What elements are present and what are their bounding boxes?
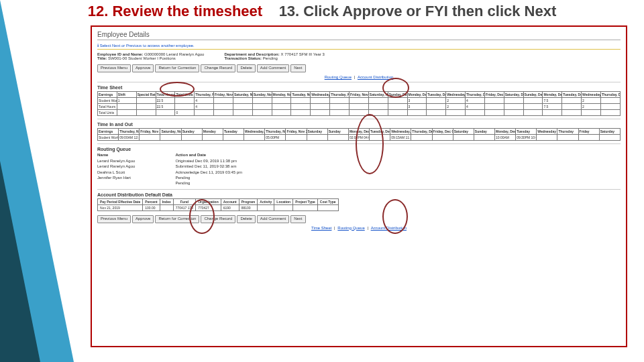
col-header: Monday, Dec 09, 2019 bbox=[543, 91, 562, 97]
timeinout-label: Time In and Out bbox=[97, 122, 621, 127]
col-header: Thursday, Dec 05, 2019 bbox=[466, 91, 485, 97]
next-button[interactable]: Next bbox=[290, 215, 305, 223]
col-header: Special Rate bbox=[136, 91, 156, 97]
routing-name: Lerard Ranelyn Agoo bbox=[97, 158, 135, 164]
col-header: Friday, Nov 29, 2019 bbox=[349, 91, 368, 97]
col-header: Sunday bbox=[474, 128, 494, 134]
col-header: Saturday, Dec 07, 2019 bbox=[504, 91, 523, 97]
routing-action: Acknowledge Dec 11, 2019 03:45 pm bbox=[175, 170, 242, 175]
col-header: Friday bbox=[578, 128, 599, 134]
col-header: Friday, Nov 22, 2019 bbox=[214, 91, 233, 97]
routing-name: Deahna L Scott bbox=[97, 170, 135, 175]
col-header: Saturday, Nov 30, 2019 bbox=[368, 91, 388, 97]
delete-button[interactable]: Delete bbox=[237, 215, 255, 223]
routing-name-header: Name bbox=[97, 153, 135, 157]
col-header: Thursday bbox=[557, 128, 578, 134]
routing-name: Lerard Ranelyn Agoo bbox=[97, 164, 135, 169]
table-row: Student Worker Pay09:00AM 12:30PM 01:00P… bbox=[98, 134, 621, 140]
quick-links-top: Routing Queue | Account Distribution bbox=[97, 75, 621, 79]
col-header: Sunday, Dec 08, 2019 bbox=[523, 91, 543, 97]
screenshot-frame: Employee Details ℹ Select Next or Previo… bbox=[91, 25, 627, 347]
col-header: Wednesday, Dec 11, 2019 bbox=[582, 91, 601, 97]
previous-menu-button[interactable]: Previous Menu bbox=[97, 215, 131, 223]
col-header: Sunday, Dec 01, 2019 bbox=[388, 91, 407, 97]
change-record-button[interactable]: Change Record bbox=[201, 64, 235, 72]
col-header: Thursday, Nov 28, 2019 bbox=[265, 128, 286, 134]
col-header: Saturday bbox=[453, 128, 474, 134]
add-comment-button[interactable]: Add Comment bbox=[257, 64, 289, 72]
col-header: Tuesday, Nov 26, 2019 bbox=[291, 91, 311, 97]
col-header: Monday, Dec 02, 2019 bbox=[407, 91, 427, 97]
col-header: Tuesday, Dec 10, 2019 bbox=[562, 91, 582, 97]
slide-title: 12. Review the timesheet 13. Click Appro… bbox=[0, 3, 644, 20]
approve-button[interactable]: Approve bbox=[132, 215, 154, 223]
return-for-correction-button[interactable]: Return for Correction bbox=[155, 64, 199, 72]
emp-title-label: Title: bbox=[97, 56, 107, 60]
col-header: Total Units bbox=[175, 91, 195, 97]
col-header: Thursday, Dec 05, 2019 bbox=[411, 128, 432, 134]
acct-label: Account Distribution Default Data bbox=[97, 192, 621, 197]
col-header: Wednesday bbox=[537, 128, 557, 134]
col-header: Total Hours bbox=[156, 91, 175, 97]
col-header: Thursday, Nov 21, 2019 bbox=[195, 91, 214, 97]
link-time-sheet[interactable]: Time Sheet bbox=[311, 226, 331, 230]
col-header: Friday, Nov 29, 2019 bbox=[286, 128, 307, 134]
col-header: Tuesday, Dec 03, 2019 bbox=[427, 91, 446, 97]
action-buttons-bottom: Previous MenuApproveReturn for Correctio… bbox=[97, 215, 621, 223]
routing-action: Originated Dec 09, 2019 11:38 pm bbox=[175, 158, 242, 164]
dept-value: X 770417 SFM III Year 3 bbox=[280, 52, 324, 56]
add-comment-button[interactable]: Add Comment bbox=[257, 215, 289, 223]
acct-dist-table: Pay Period Effective DatePercentIndexFun… bbox=[97, 198, 339, 211]
employee-info: Employee ID and Name: G00000000 Lerard R… bbox=[97, 52, 621, 60]
previous-menu-button[interactable]: Previous Menu bbox=[97, 64, 131, 72]
col-header: Earnings bbox=[98, 128, 119, 134]
link-account-distribution[interactable]: Account Distribution bbox=[358, 75, 393, 79]
quick-links-bottom: Time Sheet | Routing Queue | Account Dis… bbox=[97, 226, 621, 230]
timesheet-table: EarningsShiftSpecial RateTotal HoursTota… bbox=[97, 91, 621, 116]
table-row: Total Hours22.543247.52 bbox=[98, 103, 621, 109]
step-13-title: 13. Click Approve or FYI then click Next bbox=[279, 3, 557, 19]
routing-action-header: Action and Date bbox=[175, 153, 242, 157]
accent-triangle-dark bbox=[0, 161, 40, 362]
col-header: Sunday bbox=[181, 128, 202, 134]
col-header: Sunday bbox=[327, 128, 348, 134]
routing-name: Jennifer Ryan Hart bbox=[97, 175, 135, 180]
status-label: Transaction Status: bbox=[224, 56, 262, 60]
page-title: Employee Details bbox=[97, 31, 621, 40]
col-header: Saturday, Nov 23, 2019 bbox=[233, 91, 252, 97]
approve-button[interactable]: Approve bbox=[132, 64, 154, 72]
col-header: Saturday bbox=[307, 128, 327, 134]
action-buttons-top: Previous MenuApproveReturn for Correctio… bbox=[97, 64, 621, 72]
col-header: Wednesday, Nov 27, 2019 bbox=[311, 91, 330, 97]
col-header: Monday bbox=[202, 128, 223, 134]
link-routing-queue[interactable]: Routing Queue bbox=[325, 75, 352, 79]
status-value: Pending bbox=[263, 56, 278, 60]
col-header: Monday, Dec 02, 2019 bbox=[348, 128, 369, 134]
return-for-correction-button[interactable]: Return for Correction bbox=[155, 215, 199, 223]
col-header: Friday, Nov 22, 2019 bbox=[140, 128, 160, 134]
routing-action: Pending bbox=[175, 175, 242, 180]
timesheet-label: Time Sheet bbox=[97, 85, 621, 90]
link-routing-queue-b[interactable]: Routing Queue bbox=[337, 226, 364, 230]
routing-label: Routing Queue bbox=[97, 147, 621, 152]
col-header: Wednesday, Nov 27, 2019 bbox=[244, 128, 265, 134]
col-header: Friday, Dec 06, 2019 bbox=[484, 91, 504, 97]
emp-title-value: SW001-00 Student Worker I Positions bbox=[108, 56, 176, 60]
col-header: Friday, Dec 06, 2019 bbox=[432, 128, 453, 134]
next-button[interactable]: Next bbox=[290, 64, 305, 72]
table-row: Student Worker Pay122.543247.52 bbox=[98, 97, 621, 103]
col-header: Monday, Dec 09, 2019 bbox=[494, 128, 515, 134]
info-banner: ℹ Select Next or Previous to access anot… bbox=[97, 43, 621, 50]
routing-action: Submitted Dec 11, 2019 02:38 am bbox=[175, 164, 242, 169]
timeinout-table: EarningsThursday, Nov 21, 2019Friday, No… bbox=[97, 128, 621, 141]
table-row: Total Units0 bbox=[98, 109, 621, 115]
col-header: Thursday, Nov 28, 2019 bbox=[330, 91, 350, 97]
col-header: Wednesday, Dec 04, 2019 bbox=[446, 91, 466, 97]
link-account-distribution-b[interactable]: Account Distribution bbox=[371, 226, 407, 230]
change-record-button[interactable]: Change Record bbox=[201, 215, 235, 223]
col-header: Tuesday, Dec 03, 2019 bbox=[370, 128, 390, 134]
col-header: Wednesday, Dec 04, 2019 bbox=[390, 128, 411, 134]
delete-button[interactable]: Delete bbox=[237, 64, 255, 72]
col-header: Saturday bbox=[599, 128, 620, 134]
col-header: Sunday, Nov 24, 2019 bbox=[252, 91, 272, 97]
